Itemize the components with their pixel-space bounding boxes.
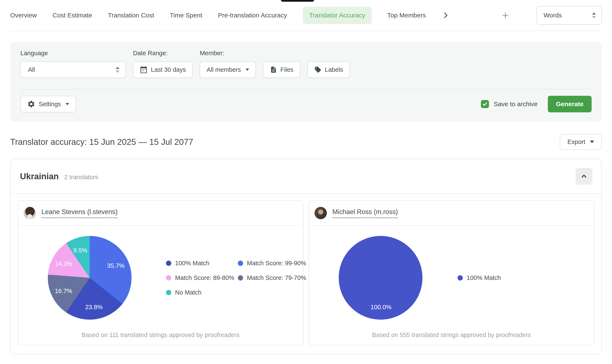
legend-label: Match Score: 99-90% <box>247 260 306 267</box>
pie-slice-label: 9.5% <box>73 247 87 254</box>
unit-select[interactable]: Words <box>536 6 602 25</box>
match-distribution-pie-chart: 100.0% <box>339 236 423 320</box>
gear-icon <box>27 100 35 108</box>
screen-top-notch <box>281 0 314 2</box>
pie-slice-label: 14.3% <box>55 260 72 267</box>
legend-label: 100% Match <box>467 274 501 281</box>
language-select-value: All <box>28 66 35 73</box>
save-to-archive-label: Save to archive <box>494 101 538 108</box>
date-range-label: Date Range: <box>133 50 193 57</box>
tab-pre-translation-accuracy[interactable]: Pre-translation Accuracy <box>218 12 287 19</box>
translator-name-link[interactable]: Leane Stevens (l.stevens) <box>41 208 118 218</box>
report-filter-panel: Language All Date Range: Last 30 days Me… <box>10 42 602 122</box>
unit-select-value: Words <box>544 12 562 19</box>
legend-item: Match Score: 99-90% <box>238 260 306 267</box>
legend-label: Match Score: 79-70% <box>247 274 306 281</box>
export-label: Export <box>567 139 585 145</box>
chart-caption: Based on 555 translated strings approved… <box>314 332 589 345</box>
select-updown-icon <box>116 67 120 73</box>
avatar[interactable] <box>315 207 327 219</box>
language-select[interactable]: All <box>20 61 126 78</box>
more-tabs-button[interactable] <box>441 11 450 19</box>
plus-icon: + <box>502 9 509 22</box>
labels-filter-button[interactable]: Labels <box>307 61 350 78</box>
settings-label: Settings <box>39 101 61 108</box>
caret-down-icon <box>66 103 69 105</box>
check-icon <box>482 101 488 107</box>
chart-legend: 100% Match Match Score: 99-90% Match Sco… <box>166 260 306 296</box>
legend-dot <box>166 260 171 266</box>
select-updown-icon <box>592 12 596 18</box>
export-button[interactable]: Export <box>560 134 602 150</box>
generate-button[interactable]: Generate <box>548 96 592 112</box>
chevron-up-icon <box>580 173 587 180</box>
report-tabs: Overview Cost Estimate Translation Cost … <box>10 0 602 31</box>
avatar[interactable] <box>24 207 36 219</box>
chart-caption: Based on 111 translated strings approved… <box>23 332 298 345</box>
member-dropdown-value: All members <box>207 66 241 73</box>
chart-legend: 100% Match <box>457 274 501 281</box>
pie-slice-label: 16.7% <box>55 287 72 295</box>
legend-dot <box>238 275 243 281</box>
add-report-button[interactable]: + <box>502 10 509 21</box>
legend-item: Match Score: 89-80% <box>166 274 238 281</box>
legend-dot <box>166 275 171 281</box>
tab-translator-accuracy[interactable]: Translator Accuracy <box>303 7 372 24</box>
collapse-section-button[interactable] <box>575 168 592 185</box>
language-section-ukrainian: Ukrainian 2 translators Leane Stevens (l… <box>10 159 602 354</box>
page-title: Translator accuracy: 15 Jun 2025 — 15 Ju… <box>10 137 193 147</box>
date-range-button[interactable]: Last 30 days <box>133 61 193 78</box>
file-icon <box>270 66 277 73</box>
section-title: Ukrainian <box>20 172 59 181</box>
labels-filter-label: Labels <box>325 66 343 73</box>
chevron-right-icon <box>441 11 450 19</box>
tag-icon <box>314 66 321 73</box>
tab-top-members[interactable]: Top Members <box>387 12 426 19</box>
legend-item: 100% Match <box>457 274 501 281</box>
legend-dot <box>457 275 463 281</box>
language-label: Language <box>20 50 126 57</box>
translator-card-leane-stevens: Leane Stevens (l.stevens) 35.7% 23.8% 16… <box>18 200 304 345</box>
legend-dot <box>238 260 243 266</box>
save-to-archive-checkbox[interactable] <box>481 100 489 108</box>
tab-overview[interactable]: Overview <box>10 12 37 19</box>
translator-name-link[interactable]: Michael Ross (m.ross) <box>332 208 398 218</box>
tab-cost-estimate[interactable]: Cost Estimate <box>53 12 92 19</box>
legend-item: Match Score: 79-70% <box>238 274 306 281</box>
pie-slice-label: 35.7% <box>107 262 124 269</box>
member-dropdown[interactable]: All members <box>200 61 256 78</box>
legend-label: Match Score: 89-80% <box>175 274 234 281</box>
legend-label: 100% Match <box>175 260 209 267</box>
filter-divider <box>20 89 592 90</box>
pie-slice-label: 100.0% <box>371 304 391 311</box>
translators-count: 2 translators <box>64 174 98 181</box>
pie-slice-label: 23.8% <box>85 304 103 311</box>
files-filter-label: Files <box>280 66 293 73</box>
legend-dot <box>166 290 171 295</box>
settings-button[interactable]: Settings <box>20 96 76 112</box>
caret-down-icon <box>246 69 249 71</box>
translator-card-michael-ross: Michael Ross (m.ross) 100.0% 100% Match … <box>308 200 594 345</box>
legend-item: No Match <box>166 289 238 296</box>
date-range-value: Last 30 days <box>151 66 186 73</box>
calendar-icon <box>140 66 147 74</box>
legend-label: No Match <box>175 289 201 296</box>
tab-time-spent[interactable]: Time Spent <box>170 12 202 19</box>
files-filter-button[interactable]: Files <box>263 61 300 78</box>
match-distribution-pie-chart: 35.7% 23.8% 16.7% 14.3% 9.5% <box>48 236 132 320</box>
tab-translation-cost[interactable]: Translation Cost <box>108 12 154 19</box>
caret-down-icon <box>590 141 594 143</box>
member-label: Member: <box>200 50 256 57</box>
legend-item: 100% Match <box>166 260 238 267</box>
